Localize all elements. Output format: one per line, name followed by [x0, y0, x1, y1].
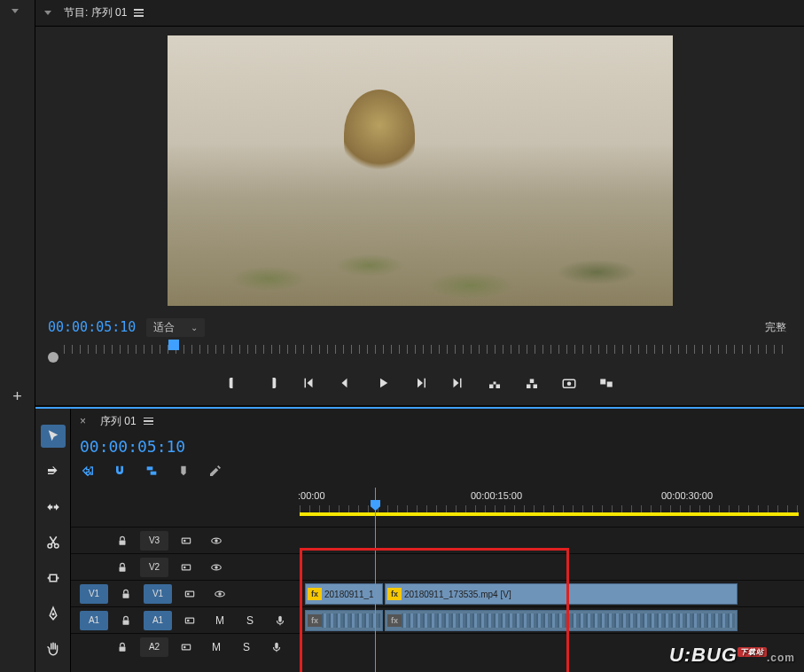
step-forward-button[interactable] [410, 373, 430, 393]
svg-rect-17 [182, 538, 190, 543]
audio-clip[interactable]: fx [385, 610, 738, 631]
svg-rect-2 [527, 385, 531, 389]
sync-lock-button[interactable] [177, 584, 202, 604]
svg-rect-21 [120, 567, 126, 571]
mute-button[interactable]: M [207, 611, 232, 630]
svg-rect-23 [183, 566, 185, 567]
track-label[interactable]: A1 [144, 611, 172, 630]
audio-clip[interactable]: fx [305, 610, 383, 631]
program-monitor-panel: 节目: 序列 01 00:00:05:10 适合 ⌄ 完整 [35, 0, 804, 407]
track-label[interactable]: A2 [140, 637, 168, 657]
sequence-tab-title: 序列 01 [100, 414, 137, 429]
comparison-button[interactable] [597, 373, 616, 393]
video-clip[interactable]: fx 20180911_173535.mp4 [V] [385, 583, 738, 605]
razor-tool-button[interactable] [41, 531, 66, 554]
play-button[interactable] [373, 373, 393, 393]
lock-track-button[interactable] [110, 637, 135, 657]
svg-point-20 [215, 539, 218, 543]
panel-dropdown-icon[interactable] [12, 9, 19, 13]
track-header-a1: A1 A1 M S [71, 606, 300, 633]
hand-tool-button[interactable] [41, 637, 66, 660]
mute-button[interactable]: M [204, 637, 229, 657]
svg-rect-32 [185, 618, 193, 623]
transport-controls [35, 364, 804, 405]
svg-rect-15 [151, 472, 157, 475]
add-panel-button[interactable]: + [12, 387, 22, 406]
program-playhead-icon[interactable] [168, 340, 179, 350]
svg-rect-36 [182, 645, 190, 650]
svg-point-6 [566, 382, 571, 387]
video-clip[interactable]: fx 20180911_1 [305, 583, 383, 605]
timeline-settings-button[interactable] [207, 463, 223, 479]
linked-selection-button[interactable] [144, 463, 160, 479]
close-tab-button[interactable]: × [80, 415, 86, 427]
sequence-tab[interactable]: 序列 01 [93, 414, 160, 429]
timeline-playhead[interactable] [375, 488, 376, 672]
track-select-tool-button[interactable] [41, 460, 66, 483]
track-label[interactable]: V2 [140, 558, 168, 577]
timeline-timecode[interactable]: 00:00:05:10 [80, 437, 185, 456]
source-patch-v1[interactable]: V1 [80, 584, 108, 604]
zoom-handle-icon[interactable] [48, 352, 59, 363]
panel-options-icon[interactable] [144, 418, 153, 426]
ruler-marker: 00:00:30:00 [661, 490, 713, 501]
sync-lock-button[interactable] [177, 611, 202, 630]
svg-rect-14 [147, 466, 153, 470]
selection-tool-button[interactable] [41, 425, 66, 448]
lock-track-button[interactable] [110, 558, 135, 577]
svg-rect-31 [123, 620, 129, 624]
export-frame-button[interactable] [559, 373, 579, 393]
go-in-button[interactable] [299, 373, 318, 393]
svg-rect-38 [275, 642, 278, 648]
source-patch-a1[interactable]: A1 [80, 611, 108, 630]
svg-rect-8 [606, 382, 612, 387]
toggle-track-output-button[interactable] [204, 531, 229, 551]
program-tab[interactable]: 节目: 序列 01 [57, 5, 151, 20]
track-label[interactable]: V3 [140, 531, 168, 551]
svg-rect-7 [600, 379, 605, 385]
solo-button[interactable]: S [234, 637, 259, 657]
fx-badge-icon: fx [387, 614, 402, 627]
go-out-button[interactable] [448, 373, 467, 393]
ripple-edit-tool-button[interactable] [41, 496, 66, 519]
track-headers: V3 V2 V1 V1 [71, 488, 300, 672]
zoom-fit-label: 适合 [153, 320, 175, 335]
sync-lock-button[interactable] [174, 558, 199, 577]
zoom-fit-select[interactable]: 适合 ⌄ [146, 318, 205, 337]
panel-menu-icon[interactable] [44, 11, 51, 15]
solo-button[interactable]: S [238, 611, 262, 630]
audio-waveform [322, 613, 380, 628]
toggle-track-output-button[interactable] [207, 584, 232, 604]
panel-options-icon[interactable] [134, 9, 144, 17]
sync-lock-button[interactable] [174, 531, 199, 551]
sync-lock-button[interactable] [174, 637, 199, 657]
magnet-snap-button[interactable] [112, 463, 128, 479]
watermark: U:BUG下载站.com [669, 644, 795, 667]
lock-track-button[interactable] [113, 584, 138, 604]
extract-button[interactable] [522, 373, 542, 393]
track-label[interactable]: V1 [144, 584, 172, 604]
toggle-track-output-button[interactable] [204, 558, 229, 577]
svg-rect-18 [183, 539, 185, 541]
step-back-button[interactable] [336, 373, 355, 393]
svg-rect-3 [533, 385, 537, 389]
add-marker-button[interactable] [176, 463, 191, 479]
insert-snap-button[interactable] [80, 463, 96, 479]
mark-out-button[interactable] [261, 373, 281, 393]
lock-track-button[interactable] [110, 531, 135, 551]
timeline-panel: × 序列 01 00:00:05:10 [35, 407, 804, 672]
lock-track-button[interactable] [113, 611, 138, 630]
voiceover-button[interactable] [264, 637, 289, 657]
program-mini-ruler[interactable] [35, 340, 804, 364]
pen-tool-button[interactable] [41, 602, 66, 625]
voiceover-button[interactable] [268, 611, 293, 630]
fx-badge-icon: fx [387, 588, 402, 600]
timeline-tool-sidebar [35, 409, 71, 672]
mark-in-button[interactable] [224, 373, 244, 393]
svg-rect-26 [123, 593, 129, 598]
slip-tool-button[interactable] [41, 567, 66, 590]
svg-point-30 [218, 592, 222, 596]
lift-button[interactable] [485, 373, 504, 393]
program-timecode[interactable]: 00:00:05:10 [48, 319, 136, 335]
resolution-label[interactable]: 完整 [765, 320, 786, 335]
